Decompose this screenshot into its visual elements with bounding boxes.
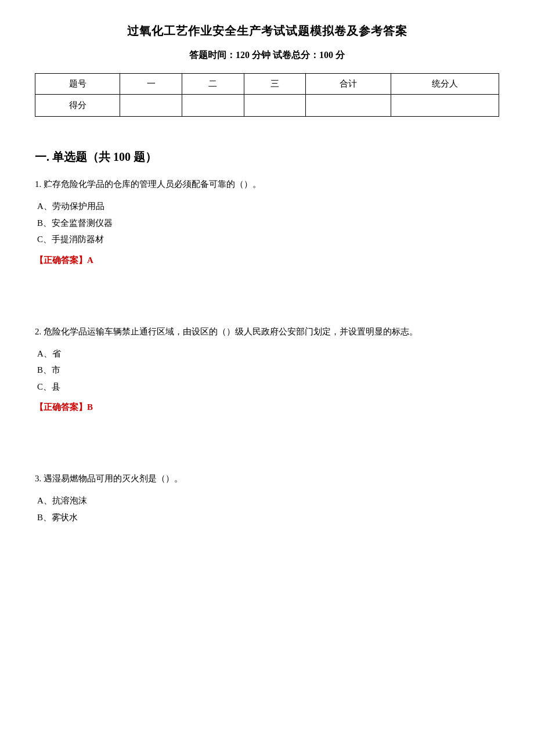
question-3-text: 3. 遇湿易燃物品可用的灭火剂是（）。 <box>35 471 499 487</box>
question-2-option-c: C、县 <box>37 379 499 395</box>
question-1: 1. 贮存危险化学品的仓库的管理人员必须配备可靠的（）。 A、劳动保护用品 B、… <box>35 177 499 266</box>
score-label: 得分 <box>35 95 120 117</box>
question-3: 3. 遇湿易燃物品可用的灭火剂是（）。 A、抗溶泡沫 B、雾状水 <box>35 471 499 525</box>
exam-info: 答题时间：120 分钟 试卷总分：100 分 <box>35 49 499 62</box>
question-3-option-b: B、雾状水 <box>37 509 499 526</box>
question-1-option-b: B、安全监督测仪器 <box>37 215 499 232</box>
score-table: 题号 一 二 三 合计 统分人 得分 <box>35 73 499 117</box>
question-1-answer-bracket: 【正确答案】 <box>35 255 87 265</box>
section-1-title: 一. 单选题（共 100 题） <box>35 149 499 165</box>
col-header-2: 二 <box>182 74 244 95</box>
score-3 <box>244 95 306 117</box>
col-header-3: 三 <box>244 74 306 95</box>
question-2-answer-letter: B <box>87 402 93 412</box>
spacer-2 <box>35 301 499 324</box>
col-header-5: 统分人 <box>391 74 499 95</box>
score-2 <box>182 95 244 117</box>
spacer-4 <box>35 448 499 471</box>
question-1-answer: 【正确答案】A <box>35 255 499 266</box>
question-1-text: 1. 贮存危险化学品的仓库的管理人员必须配备可靠的（）。 <box>35 177 499 192</box>
question-2-answer: 【正确答案】B <box>35 402 499 413</box>
question-1-answer-letter: A <box>87 255 93 265</box>
col-header-4: 合计 <box>306 74 391 95</box>
question-2-text: 2. 危险化学品运输车辆禁止通行区域，由设区的（）级人民政府公安部门划定，并设置… <box>35 324 499 340</box>
spacer-before-section <box>35 134 499 143</box>
spacer-1 <box>35 278 499 301</box>
col-header-1: 一 <box>120 74 182 95</box>
col-header-0: 题号 <box>35 74 120 95</box>
question-2-option-a: A、省 <box>37 345 499 362</box>
question-2-option-b: B、市 <box>37 362 499 379</box>
score-table-header-row: 题号 一 二 三 合计 统分人 <box>35 74 499 95</box>
score-total <box>306 95 391 117</box>
question-1-option-c: C、手提消防器材 <box>37 231 499 248</box>
page-title: 过氧化工艺作业安全生产考试试题模拟卷及参考答案 <box>35 23 499 39</box>
score-reviewer <box>391 95 499 117</box>
score-table-value-row: 得分 <box>35 95 499 117</box>
question-2: 2. 危险化学品运输车辆禁止通行区域，由设区的（）级人民政府公安部门划定，并设置… <box>35 324 499 413</box>
question-2-answer-bracket: 【正确答案】 <box>35 402 87 412</box>
score-1 <box>120 95 182 117</box>
question-3-option-a: A、抗溶泡沫 <box>37 492 499 509</box>
spacer-3 <box>35 424 499 448</box>
question-1-option-a: A、劳动保护用品 <box>37 198 499 215</box>
